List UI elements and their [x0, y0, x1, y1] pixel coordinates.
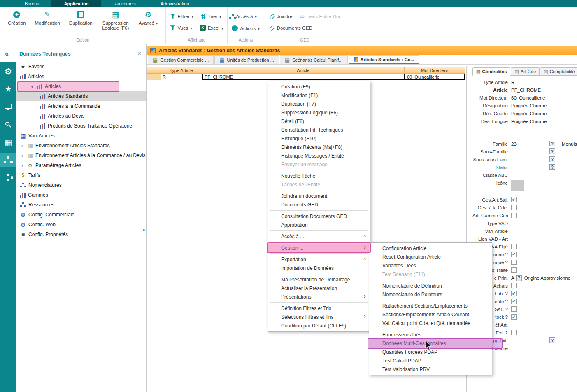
avance-button[interactable]: Avancé — [135, 8, 162, 36]
acces-a-button[interactable]: Accès à — [232, 13, 256, 20]
tree-item[interactable]: Config. Commerciale — [16, 210, 146, 220]
field-value[interactable]: Poignée Chrome — [511, 119, 547, 124]
checkbox[interactable] — [511, 205, 517, 210]
field-value[interactable]: Poignée Chrome — [511, 111, 547, 116]
expander-icon[interactable]: ▾ — [30, 84, 35, 89]
rail-button[interactable] — [0, 82, 16, 96]
column-header-article[interactable]: Article — [202, 67, 405, 74]
tree-item[interactable]: Vari-Articles — [16, 131, 146, 141]
field-value[interactable]: A — [511, 276, 514, 281]
expander-icon[interactable]: › — [20, 153, 25, 158]
menu-item[interactable]: Condition par Défaut (Ctrl-F5) — [268, 321, 370, 330]
menu-item[interactable]: Approbation — [268, 220, 370, 229]
icon-box[interactable] — [511, 180, 524, 191]
trier-button[interactable]: Trier — [201, 13, 221, 20]
field-value[interactable]: 23 — [511, 141, 517, 146]
actions-button[interactable]: Actions — [232, 25, 259, 31]
checkbox[interactable] — [511, 267, 517, 273]
lookup-button[interactable]: ? — [549, 148, 555, 154]
menu-item[interactable]: Définition Filtres et Tris — [268, 304, 370, 313]
row-selector-cell[interactable] — [147, 74, 161, 80]
top-menu-tab[interactable]: Bureau — [12, 0, 51, 7]
menu-item[interactable]: Historique Messages / Entité — [268, 151, 370, 160]
column-header-mot-directeur[interactable]: Mot Directeur — [405, 67, 465, 74]
submenu-item[interactable]: Nomenclature de Définition — [369, 281, 492, 290]
creation-button[interactable]: Création — [4, 8, 29, 36]
menu-item[interactable]: Actualiser la Présentation — [268, 284, 370, 292]
rail-button[interactable] — [0, 170, 16, 185]
checkbox[interactable]: ✔ — [511, 252, 517, 257]
checkbox[interactable] — [511, 283, 517, 288]
menu-item-donnees-multi-gestionnaires[interactable]: Données Multi-Gestionnaires — [369, 339, 492, 348]
submenu-item[interactable]: Fournisseurs Liés — [369, 330, 492, 339]
properties-tab[interactable]: Généralités — [472, 67, 510, 76]
tree-item[interactable]: Articles à la Commande — [16, 101, 146, 111]
expander-icon[interactable]: › — [20, 163, 25, 168]
document-tab[interactable]: Scénarios Calcul Planif... — [280, 55, 348, 64]
menu-item[interactable]: Sélections Filtres et Tris — [268, 313, 370, 321]
properties-tab[interactable]: Art.Cde — [511, 67, 540, 75]
suppression-logique-button[interactable]: Suppression Logique (F6) — [98, 8, 133, 36]
submenu-item[interactable]: Test Valorisation PRV — [369, 365, 492, 373]
lookup-button[interactable]: ? — [549, 156, 555, 162]
tree-item[interactable]: Ressources — [16, 200, 146, 210]
documents-ged-button[interactable]: Documents GED — [268, 25, 312, 31]
cell-mot-directeur[interactable]: 60_Quincaillerie — [405, 74, 465, 80]
tree-item[interactable]: › Environnement Articles à la Commande /… — [16, 151, 146, 160]
menu-item[interactable]: Présentations — [268, 292, 370, 301]
menu-item[interactable]: Historique (F10) — [268, 134, 370, 143]
menu-item-gestion[interactable]: Gestion ... — [268, 244, 370, 252]
cell-article[interactable]: PF_CHROME — [202, 74, 405, 80]
checkbox[interactable] — [511, 213, 517, 218]
menu-item[interactable]: Eléments Récents (Maj+F8) — [268, 143, 370, 151]
column-header-type-article[interactable]: Type Article — [161, 67, 202, 74]
tree-item[interactable]: Tarifs — [16, 170, 146, 180]
submenu-item[interactable]: Val. Calcul point Cde. et Qté. demandée — [369, 319, 492, 327]
menu-item[interactable]: Joindre un document — [268, 192, 370, 200]
menu-item[interactable]: Accès à ... — [268, 232, 370, 241]
tree-item[interactable]: Gammes — [16, 190, 146, 200]
document-tab[interactable]: Articles Standards : Ge... — [349, 55, 419, 64]
top-menu-tab[interactable]: Raccourcis — [101, 0, 148, 7]
tree-item[interactable]: Articles — [16, 72, 146, 81]
menu-item[interactable]: Documents GED — [268, 200, 370, 209]
menu-item[interactable]: Modification (F1) — [268, 91, 370, 100]
menu-item[interactable]: Duplication (F7) — [268, 100, 370, 108]
menu-item[interactable]: Exportation — [268, 255, 370, 264]
tree-item[interactable]: Config. Web — [16, 220, 146, 230]
excel-button[interactable]: X Excel — [200, 25, 223, 31]
vues-button[interactable]: Vues — [170, 25, 192, 30]
rail-button[interactable] — [0, 117, 16, 132]
tree-item-articles-standards[interactable]: Articles Standards — [16, 91, 146, 101]
menu-item[interactable]: Consultation Documents GED — [268, 212, 370, 220]
menu-item[interactable]: Suppression Logique (F6) — [268, 108, 370, 117]
rail-button[interactable] — [0, 135, 16, 149]
tree-item[interactable]: › Environnement Articles Standards — [16, 141, 146, 151]
menu-item[interactable]: Détail (F8) — [268, 117, 370, 125]
checkbox[interactable]: ✔ — [511, 314, 517, 320]
splitter-collapse-icon[interactable] — [142, 227, 145, 232]
checkbox[interactable] — [511, 330, 517, 335]
tree-item-articles[interactable]: ▾ Articles — [16, 81, 146, 91]
collapse-panel-icon[interactable] — [5, 50, 9, 58]
modification-button[interactable]: Modification — [31, 8, 63, 36]
submenu-item[interactable]: Variantes Liées — [369, 261, 492, 270]
checkbox[interactable] — [511, 306, 517, 312]
menu-item[interactable]: Nouvelle Tâche — [268, 172, 370, 180]
lookup-button[interactable]: ? — [549, 164, 555, 170]
top-menu-tab[interactable]: Application — [51, 0, 101, 7]
submenu-item[interactable]: Reset Configuration Article — [369, 253, 492, 261]
submenu-item[interactable]: Configuration Article — [369, 244, 492, 253]
document-tab[interactable]: Gestion Commerciale ... — [148, 55, 214, 64]
filtrer-button[interactable]: Filtrer — [170, 14, 193, 19]
rail-button[interactable] — [0, 100, 16, 114]
submenu-item[interactable]: Nomenclature de Pointeurs — [369, 290, 492, 299]
close-panel-icon[interactable] — [137, 50, 141, 58]
menu-item[interactable]: Consultation Inf. Techniques — [268, 125, 370, 134]
rail-button[interactable] — [0, 153, 16, 167]
tree-item[interactable]: Config. Propriétés — [16, 230, 146, 239]
checkbox[interactable] — [511, 260, 517, 265]
row-selector-header[interactable] — [147, 67, 161, 74]
submenu-item[interactable]: Rattachement Sections/Emplacements — [369, 302, 492, 310]
tree-item[interactable]: Articles au Devis — [16, 111, 146, 121]
